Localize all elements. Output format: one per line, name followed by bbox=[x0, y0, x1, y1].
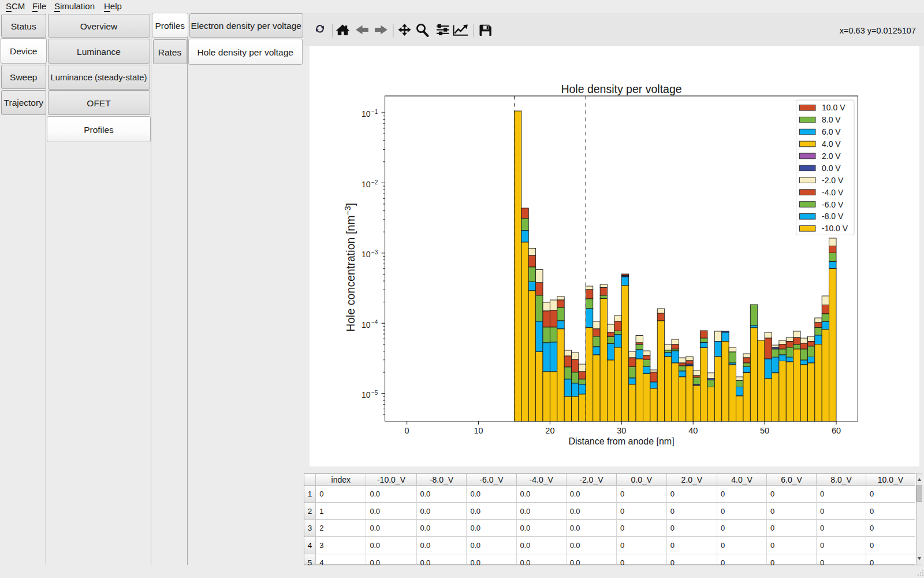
svg-text:2.0 V: 2.0 V bbox=[822, 151, 841, 161]
svg-text:0.0 V: 0.0 V bbox=[822, 164, 841, 173]
svg-text:4.0 V: 4.0 V bbox=[822, 139, 841, 149]
svg-text:10: 10 bbox=[362, 250, 371, 259]
svg-text:Hole density per voltage: Hole density per voltage bbox=[561, 83, 681, 95]
svg-text:8.0 V: 8.0 V bbox=[822, 115, 841, 124]
svg-text:−4: −4 bbox=[371, 319, 378, 325]
svg-text:-4.0 V: -4.0 V bbox=[822, 188, 844, 197]
svg-text:−3: −3 bbox=[371, 249, 378, 255]
svg-text:−2: −2 bbox=[371, 179, 378, 186]
svg-text:-10.0 V: -10.0 V bbox=[822, 224, 848, 233]
svg-text:10: 10 bbox=[362, 320, 371, 329]
svg-text:10.0 V: 10.0 V bbox=[822, 103, 845, 112]
svg-text:0: 0 bbox=[405, 426, 409, 435]
svg-text:10: 10 bbox=[362, 109, 371, 118]
svg-text:40: 40 bbox=[688, 426, 698, 435]
svg-text:−1: −1 bbox=[371, 109, 378, 115]
svg-text:20: 20 bbox=[545, 426, 554, 435]
svg-text:50: 50 bbox=[760, 426, 769, 435]
svg-text:10: 10 bbox=[474, 426, 483, 435]
svg-text:Distance from anode [nm]: Distance from anode [nm] bbox=[568, 436, 674, 446]
svg-text:10: 10 bbox=[362, 180, 371, 189]
svg-text:10: 10 bbox=[362, 390, 371, 399]
svg-text:-6.0 V: -6.0 V bbox=[822, 200, 844, 209]
svg-text:Hole concentration [nm−3]: Hole concentration [nm−3] bbox=[343, 203, 357, 332]
svg-text:30: 30 bbox=[617, 426, 626, 435]
svg-text:−5: −5 bbox=[371, 390, 378, 396]
svg-text:60: 60 bbox=[832, 426, 841, 435]
svg-text:-8.0 V: -8.0 V bbox=[822, 212, 844, 221]
svg-text:-2.0 V: -2.0 V bbox=[822, 176, 844, 185]
svg-text:6.0 V: 6.0 V bbox=[822, 127, 841, 136]
